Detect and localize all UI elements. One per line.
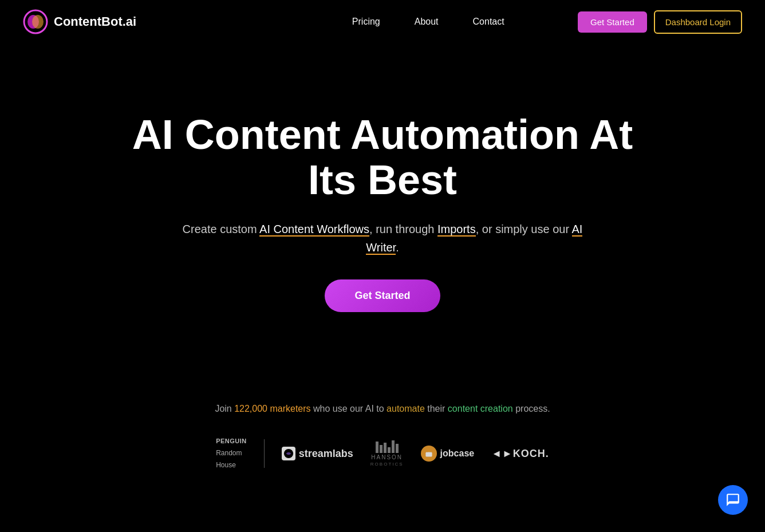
social-proof-mid: who use our AI to	[311, 404, 387, 413]
nav-about[interactable]: About	[415, 17, 439, 27]
subtitle-mid2: , or simply use our	[476, 223, 572, 235]
logo-penguin-random-house: Penguin Random House	[216, 437, 247, 470]
hero-title: AI Content Automation At Its Best	[125, 112, 640, 203]
chat-icon	[725, 492, 740, 507]
logo-jobcase: jobcase	[421, 446, 475, 462]
logo-streamlabs: streamlabs	[282, 447, 353, 460]
penguin-line2: Random	[216, 449, 242, 458]
nav-actions: Get Started Dashboard Login	[578, 10, 742, 34]
social-proof-prefix: Join	[215, 404, 234, 413]
svg-rect-4	[425, 452, 432, 457]
hero-section: AI Content Automation At Its Best Create…	[0, 44, 765, 404]
koch-text: ◄►KOCH.	[491, 448, 549, 460]
subtitle-prefix: Create custom	[183, 223, 260, 235]
penguin-line3: House	[216, 461, 236, 470]
nav-contact[interactable]: Contact	[473, 17, 504, 27]
hanson-bars	[376, 440, 399, 453]
logo-hanson-robotics: HANSON ROBOTICS	[370, 440, 404, 467]
hanson-name: HANSON	[371, 454, 403, 460]
link-ai-content-workflows[interactable]: AI Content Workflows	[259, 223, 369, 237]
logo-koch: ◄►KOCH.	[491, 448, 549, 460]
hero-get-started-button[interactable]: Get Started	[325, 279, 440, 312]
nav-links: Pricing About Contact	[352, 17, 504, 27]
hero-subtitle: Create custom AI Content Workflows, run …	[168, 220, 597, 257]
social-proof-section: Join 122,000 marketers who use our AI to…	[0, 404, 765, 504]
hanson-bar-2	[380, 445, 382, 453]
streamlabs-text: streamlabs	[299, 448, 353, 460]
jobcase-text: jobcase	[440, 448, 475, 459]
penguin-line1: Penguin	[216, 437, 247, 445]
logo-divider-1	[264, 439, 265, 468]
social-proof-content: content creation	[448, 404, 513, 413]
hanson-sub: ROBOTICS	[370, 462, 404, 467]
social-proof-mid2: their	[425, 404, 448, 413]
hanson-bar-4	[388, 447, 391, 453]
social-proof-text: Join 122,000 marketers who use our AI to…	[215, 404, 550, 414]
nav-get-started-button[interactable]: Get Started	[578, 11, 647, 33]
logo-text: ContentBot.ai	[54, 14, 136, 29]
chat-widget[interactable]	[718, 485, 748, 515]
jobcase-icon	[421, 446, 437, 462]
hanson-bar-1	[376, 442, 378, 453]
logo-icon	[23, 9, 48, 34]
logo[interactable]: ContentBot.ai	[23, 9, 136, 34]
subtitle-mid1: , run through	[369, 223, 437, 235]
social-proof-count: 122,000 marketers	[234, 404, 310, 413]
hanson-bar-6	[396, 444, 399, 453]
svg-point-2	[32, 15, 44, 29]
hanson-bar-3	[384, 443, 387, 453]
subtitle-suffix: .	[396, 241, 399, 254]
brand-logos: Penguin Random House streamlabs	[216, 437, 549, 470]
link-imports[interactable]: Imports	[437, 223, 476, 237]
nav-dashboard-login-button[interactable]: Dashboard Login	[654, 10, 742, 34]
nav-pricing[interactable]: Pricing	[352, 17, 380, 27]
hanson-bar-5	[392, 440, 395, 453]
streamlabs-icon	[282, 447, 295, 460]
social-proof-suffix: process.	[513, 404, 550, 413]
navbar: ContentBot.ai Pricing About Contact Get …	[0, 0, 765, 44]
social-proof-automate: automate	[387, 404, 425, 413]
